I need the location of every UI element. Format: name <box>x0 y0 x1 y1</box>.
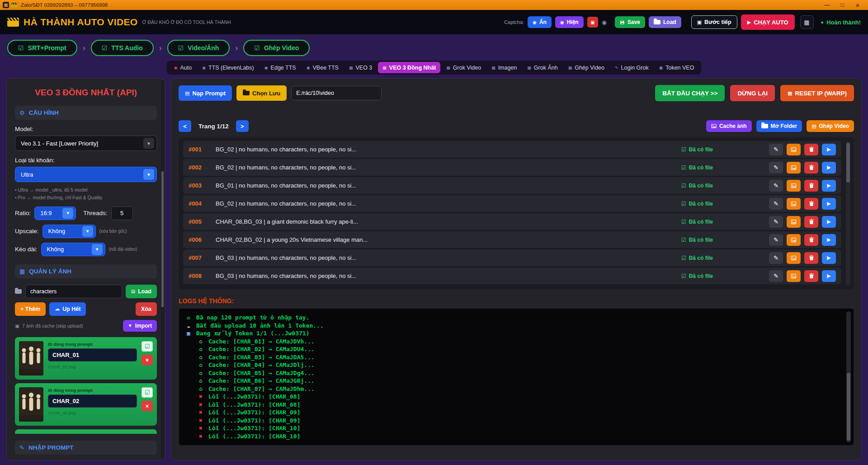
play-row-button[interactable]: ▶ <box>822 252 836 264</box>
captcha-hide-button[interactable]: ◉ Ẩn <box>528 16 552 28</box>
captcha-show-button[interactable]: ◉ Hiện <box>555 16 584 28</box>
step-pill[interactable]: ☑ Video/Ảnh <box>167 40 230 56</box>
delete-row-button[interactable] <box>804 180 818 192</box>
choose-save-button[interactable]: Chọn Lưu <box>236 85 287 101</box>
character-id-input[interactable] <box>48 395 137 408</box>
log-console[interactable]: ✉ Đã nạp 120 prompt từ ô nhập tay. ☁ Bắt… <box>179 308 854 446</box>
play-row-button[interactable]: ▶ <box>822 216 836 228</box>
prompt-row[interactable]: #001 BG_02 | no humans, no characters, n… <box>183 141 841 158</box>
image-folder-input[interactable] <box>25 285 122 298</box>
play-row-button[interactable]: ▶ <box>822 144 836 155</box>
image-row-button[interactable] <box>787 180 801 192</box>
captcha-stop-button[interactable]: ▣ <box>587 17 598 28</box>
tab[interactable]: ▦ Grok Ảnh <box>523 62 562 73</box>
prompt-row[interactable]: #003 BG_01 | no humans, no characters, n… <box>183 177 841 194</box>
image-row-button[interactable] <box>787 198 801 210</box>
image-row-button[interactable] <box>787 234 801 246</box>
image-row-button[interactable] <box>787 144 801 155</box>
tab[interactable]: ◉ Auto <box>170 62 197 73</box>
play-row-button[interactable]: ▶ <box>822 270 836 282</box>
load-button[interactable]: Load <box>649 16 681 28</box>
step-pill[interactable]: ☑ SRT+Prompt <box>7 40 77 56</box>
tab[interactable]: ◉ Edge TTS <box>260 62 301 73</box>
load-images-button[interactable]: ▤ Load <box>126 285 157 298</box>
run-auto-button[interactable]: ▶ CHẠY AUTO <box>741 14 795 30</box>
delete-row-button[interactable] <box>804 144 818 155</box>
table-scrollbar-thumb[interactable] <box>846 143 850 183</box>
prompt-row[interactable]: #004 BG_02 | no humans, no characters, n… <box>183 195 841 212</box>
prev-page-button[interactable]: < <box>179 120 191 132</box>
save-button[interactable]: Save <box>615 16 645 28</box>
eye-icon[interactable]: ◉ <box>602 19 607 26</box>
stop-button[interactable]: DỪNG LẠI <box>730 85 775 101</box>
image-row-button[interactable] <box>787 216 801 228</box>
extend-select[interactable]: Không ▾ <box>41 243 105 256</box>
reset-ip-button[interactable]: ▦ RESET IP (WARP) <box>780 85 854 101</box>
merge-video-button[interactable]: ▤ Ghép Video <box>807 120 854 132</box>
threads-input[interactable] <box>111 207 133 220</box>
play-row-button[interactable]: ▶ <box>822 180 836 192</box>
maximize-button[interactable]: □ <box>835 0 850 10</box>
edit-row-button[interactable]: ✎ <box>769 198 783 210</box>
character-delete-button[interactable]: × <box>142 401 153 411</box>
prompt-row[interactable]: #005 CHAR_08,BG_03 | a giant demonic bla… <box>183 213 841 230</box>
prompt-row[interactable]: #002 BG_02 | no humans, no characters, n… <box>183 159 841 176</box>
tab[interactable]: ◉ TTS (ElevenLabs) <box>198 62 259 73</box>
edit-row-button[interactable]: ✎ <box>769 144 783 155</box>
play-row-button[interactable]: ▶ <box>822 198 836 210</box>
tab[interactable]: ✎ Login Grok <box>610 62 653 73</box>
table-scrollbar[interactable] <box>846 141 850 286</box>
sidebar-scrollbar-thumb[interactable] <box>161 171 164 307</box>
next-step-button[interactable]: ▣ Bước tiếp <box>691 15 737 29</box>
delete-row-button[interactable] <box>804 216 818 228</box>
image-row-button[interactable] <box>787 252 801 264</box>
ratio-select[interactable]: 16:9 ▾ <box>34 207 76 220</box>
section-prompt-input[interactable]: ✎ NHẬP PROMPT <box>15 441 157 455</box>
import-button[interactable]: ▼ Import <box>123 320 157 332</box>
delete-row-button[interactable] <box>804 234 818 246</box>
prompt-row[interactable]: #007 BG_03 | no humans, no characters, n… <box>183 249 841 266</box>
step-pill[interactable]: ☑ TTS Audio <box>91 40 154 56</box>
edit-row-button[interactable]: ✎ <box>769 216 783 228</box>
model-select[interactable]: Veo 3.1 - Fast [Lower Priority] ▾ <box>15 136 157 151</box>
open-folder-button[interactable]: Mở Folder <box>756 120 802 132</box>
delete-row-button[interactable] <box>804 198 818 210</box>
console-scrollbar-thumb[interactable] <box>847 373 850 441</box>
tab[interactable]: ◉ VBee TTS <box>302 62 343 73</box>
delete-row-button[interactable] <box>804 252 818 264</box>
edit-row-button[interactable]: ✎ <box>769 180 783 192</box>
play-row-button[interactable]: ▶ <box>822 162 836 174</box>
tab[interactable]: ▦ Grok Video <box>442 62 486 73</box>
delete-images-button[interactable]: Xóa <box>136 302 157 316</box>
upload-all-button[interactable]: ☁ Up Hết <box>49 302 86 316</box>
tab[interactable]: ▦ VEO 3 <box>344 62 377 73</box>
save-path-input[interactable] <box>291 86 382 100</box>
tab[interactable]: ▣ Token VEO <box>655 62 699 73</box>
step-pill[interactable]: ☑ Ghép Video <box>243 40 310 56</box>
delete-row-button[interactable] <box>804 270 818 282</box>
edit-row-button[interactable]: ✎ <box>769 270 783 282</box>
character-enabled-checkbox[interactable]: ☑ <box>142 341 153 352</box>
load-prompt-button[interactable]: ▤ Nạp Prompt <box>179 85 232 101</box>
play-row-button[interactable]: ▶ <box>822 234 836 246</box>
character-delete-button[interactable]: × <box>142 355 153 365</box>
next-page-button[interactable]: > <box>236 120 249 132</box>
tab[interactable]: ▦ VEO 3 Đồng Nhất <box>378 62 440 73</box>
character-id-input[interactable] <box>48 348 137 362</box>
character-enabled-checkbox[interactable]: ☑ <box>142 387 153 398</box>
start-button[interactable]: BẮT ĐẦU CHẠY >> <box>655 85 725 101</box>
edit-row-button[interactable]: ✎ <box>769 252 783 264</box>
prompt-row[interactable]: #006 CHAR_02,BG_02 | a young 20s Vietnam… <box>183 231 841 248</box>
prompt-row[interactable]: #008 BG_03 | no humans, no characters, n… <box>183 268 841 284</box>
close-button[interactable]: × <box>850 0 865 10</box>
edit-row-button[interactable]: ✎ <box>769 162 783 174</box>
add-image-button[interactable]: + Thêm <box>15 302 46 316</box>
minimize-button[interactable]: — <box>819 0 835 10</box>
account-type-select[interactable]: Ultra ▾ <box>15 167 157 182</box>
tab[interactable]: ▦ Ghép Video <box>564 62 609 73</box>
character-list[interactable]: ID dùng trong prompt: CHAR_01.png ☑ × <box>15 337 157 435</box>
edit-row-button[interactable]: ✎ <box>769 234 783 246</box>
delete-row-button[interactable] <box>804 162 818 174</box>
image-row-button[interactable] <box>787 162 801 174</box>
console-scrollbar[interactable] <box>846 311 851 442</box>
